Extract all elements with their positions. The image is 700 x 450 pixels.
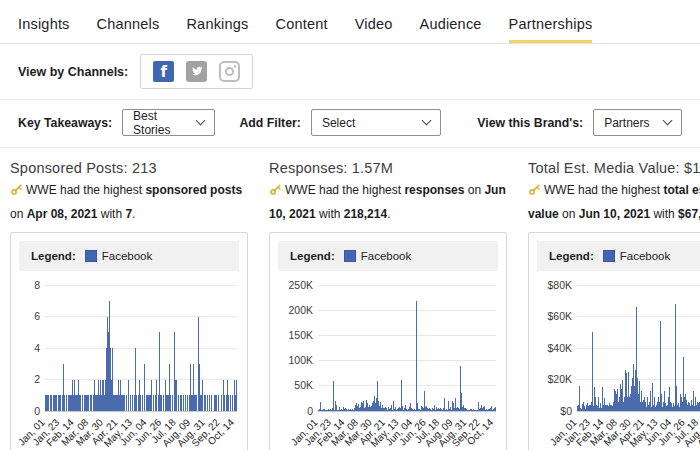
insight-responses: WWE had the highest responses on Jun 10,… — [269, 180, 507, 225]
legend-label: Legend: — [31, 250, 76, 262]
insight-text: on — [10, 207, 27, 221]
chart-card-sponsored-posts: Legend: Facebook 02468Jan, 01Jan, 23Feb,… — [10, 232, 248, 450]
svg-text:$60K: $60K — [547, 310, 572, 322]
legend-bar: Legend: Facebook — [278, 241, 498, 271]
svg-text:200K: 200K — [288, 304, 313, 316]
legend-label: Legend: — [549, 250, 594, 262]
facebook-legend-swatch — [344, 250, 356, 262]
facebook-icon[interactable]: f — [153, 61, 174, 82]
chart-card-media-value: Legend: Facebook $0$20K$40K$60K$80KJan, … — [528, 232, 700, 450]
add-filter-label: Add Filter: — [239, 116, 300, 130]
view-brand-label: View this Brand's: — [477, 116, 583, 130]
legend-item-facebook[interactable]: Facebook — [85, 250, 153, 262]
insight-text: WWE had the highest — [285, 183, 404, 197]
insight-metric: sponsored posts — [145, 183, 242, 197]
key-icon — [269, 182, 282, 204]
svg-text:250K: 250K — [288, 279, 313, 291]
key-icon — [528, 182, 541, 204]
insight-text: WWE had the highest — [544, 183, 663, 197]
tab-channels[interactable]: Channels — [97, 16, 160, 43]
instagram-icon[interactable] — [219, 61, 240, 82]
tab-rankings[interactable]: Rankings — [186, 16, 248, 43]
insight-text: WWE had the highest — [26, 183, 145, 197]
view-by-channels-row: View by Channels: f — [0, 44, 700, 100]
key-takeaways-value: Best Stories — [133, 109, 197, 137]
add-filter-value: Select — [322, 116, 355, 130]
legend-item-facebook[interactable]: Facebook — [344, 250, 412, 262]
key-takeaways-label: Key Takeaways: — [18, 116, 112, 130]
media-value-column: Total Est. Media Value: $1.79M WWE had t… — [528, 160, 700, 450]
insight-date: Apr 08, 2021 — [27, 207, 98, 221]
instagram-lens — [225, 67, 234, 76]
view-brand-dropdown[interactable]: Partners — [593, 109, 682, 136]
insight-metric: responses — [404, 183, 464, 197]
key-icon — [10, 182, 23, 204]
svg-text:$80K: $80K — [547, 279, 572, 291]
insight-text: on — [559, 207, 579, 221]
bar-chart-media-value: $0$20K$40K$60K$80KJan, 01Jan, 23Feb, 14M… — [537, 277, 700, 450]
view-brand-value: Partners — [604, 116, 649, 130]
channel-toggle-group: f — [140, 54, 253, 89]
insight-date: Jun 10, 2021 — [579, 207, 650, 221]
chart-title-responses: Responses: 1.57M — [269, 160, 507, 176]
insight-text: with — [316, 207, 344, 221]
svg-text:50K: 50K — [294, 379, 313, 391]
charts-area: Sponsored Posts: 213 WWE had the highest… — [0, 148, 700, 450]
responses-column: Responses: 1.57M WWE had the highest res… — [269, 160, 507, 450]
tab-audience[interactable]: Audience — [420, 16, 482, 43]
legend-series-label: Facebook — [620, 250, 671, 262]
insight-text: . — [132, 207, 135, 221]
insight-text: with — [650, 207, 678, 221]
svg-text:$40K: $40K — [547, 342, 572, 354]
chart-title-media-value: Total Est. Media Value: $1.79M — [528, 160, 700, 176]
insight-text: . — [387, 207, 390, 221]
twitter-bird-icon — [190, 65, 203, 78]
legend-series-label: Facebook — [102, 250, 153, 262]
svg-text:8: 8 — [34, 279, 40, 291]
legend-bar: Legend: Facebook — [19, 241, 239, 271]
svg-text:$20K: $20K — [547, 373, 572, 385]
svg-text:6: 6 — [34, 310, 40, 322]
twitter-icon[interactable] — [186, 61, 207, 82]
tab-video[interactable]: Video — [355, 16, 393, 43]
tab-insights[interactable]: Insights — [18, 16, 70, 43]
insight-text: on — [464, 183, 484, 197]
bar-chart-sponsored-posts: 02468Jan, 01Jan, 23Feb, 14Mar, 08Mar, 30… — [19, 277, 241, 450]
svg-text:$0: $0 — [560, 405, 572, 417]
svg-text:100K: 100K — [288, 354, 313, 366]
insight-sponsored-posts: WWE had the highest sponsored posts on A… — [10, 180, 248, 225]
facebook-legend-swatch — [603, 250, 615, 262]
bar-chart-responses: 050K100K150K200K250KJan, 01Jan, 23Feb, 1… — [278, 277, 500, 450]
svg-text:150K: 150K — [288, 329, 313, 341]
chart-card-responses: Legend: Facebook 050K100K150K200K250KJan… — [269, 232, 507, 450]
main-nav: Insights Channels Rankings Content Video… — [0, 0, 700, 44]
instagram-dot — [234, 65, 237, 68]
svg-text:2: 2 — [34, 373, 40, 385]
legend-series-label: Facebook — [361, 250, 412, 262]
legend-bar: Legend: Facebook — [537, 241, 700, 271]
view-by-channels-label: View by Channels: — [18, 65, 128, 79]
svg-text:4: 4 — [34, 342, 40, 354]
key-takeaways-dropdown[interactable]: Best Stories — [122, 109, 215, 136]
tab-partnerships[interactable]: Partnerships — [509, 16, 593, 43]
sponsored-posts-column: Sponsored Posts: 213 WWE had the highest… — [10, 160, 248, 450]
legend-label: Legend: — [290, 250, 335, 262]
tab-content[interactable]: Content — [276, 16, 328, 43]
insight-value: 218,214 — [344, 207, 387, 221]
chevron-down-icon — [663, 116, 673, 126]
add-filter-dropdown[interactable]: Select — [311, 109, 441, 136]
chevron-down-icon — [422, 116, 432, 126]
chevron-down-icon — [196, 116, 206, 126]
filter-bar: Key Takeaways: Best Stories Add Filter: … — [0, 100, 700, 148]
insight-value: $67,728.22 — [678, 207, 700, 221]
insight-media-value: WWE had the highest total est. media val… — [528, 180, 700, 225]
chart-title-sponsored-posts: Sponsored Posts: 213 — [10, 160, 248, 176]
insight-text: with — [97, 207, 125, 221]
facebook-legend-swatch — [85, 250, 97, 262]
legend-item-facebook[interactable]: Facebook — [603, 250, 671, 262]
svg-text:0: 0 — [34, 405, 40, 417]
svg-text:0: 0 — [307, 405, 313, 417]
